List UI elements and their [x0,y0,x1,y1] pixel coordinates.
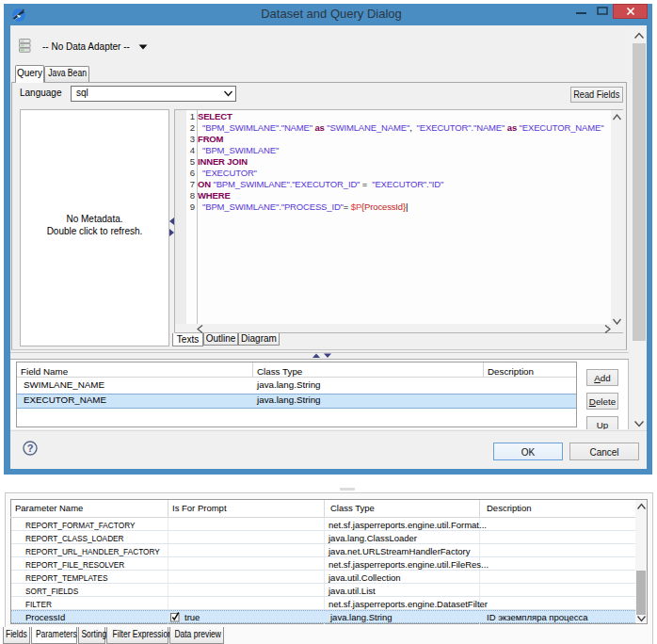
svg-text:?: ? [27,443,34,454]
